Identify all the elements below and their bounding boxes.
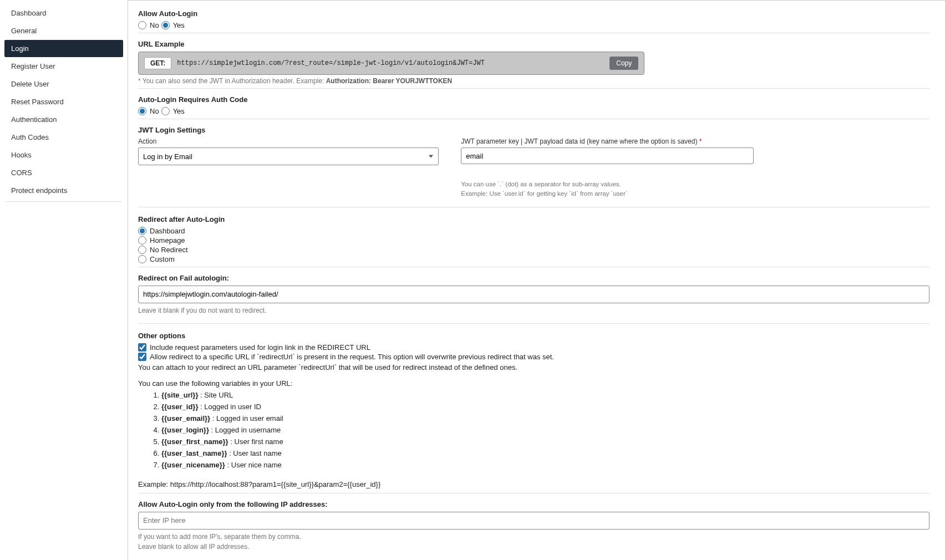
url-example-title: URL Example: [138, 40, 929, 48]
redirect-after-title: Redirect after Auto-Login: [138, 215, 929, 223]
sidebar-item-hooks[interactable]: Hooks: [4, 146, 123, 164]
redirect-custom[interactable]: Custom: [138, 255, 929, 263]
sidebar-item-dashboard[interactable]: Dashboard: [4, 4, 123, 22]
other-options-title: Other options: [138, 332, 929, 340]
redirect-fail-title: Redirect on Fail autologin:: [138, 274, 929, 282]
redirect-none[interactable]: No Redirect: [138, 246, 929, 254]
sidebar-item-delete-user[interactable]: Delete User: [4, 75, 123, 93]
allow-auto-login-no[interactable]: No: [138, 21, 159, 29]
var-item: {{site_url}} : Site URL: [161, 391, 929, 399]
url-example-box: GET: https://simplejwtlogin.com/?rest_ro…: [138, 52, 644, 75]
sidebar-item-login[interactable]: Login: [4, 40, 123, 57]
other-example: Example: https://http://localhost:88?par…: [138, 480, 929, 488]
auth-code-title: Auto-Login Requires Auth Code: [138, 95, 929, 104]
var-item: {{user_login}} : Logged in username: [161, 426, 929, 434]
method-badge: GET:: [144, 57, 171, 69]
jwt-param-input[interactable]: [461, 147, 753, 164]
auth-code-yes[interactable]: Yes: [161, 107, 185, 115]
url-example-text: https://simplejwtlogin.com/?rest_route=/…: [177, 59, 604, 67]
check-allow-redirecturl[interactable]: Allow redirect to a specific URL if `red…: [138, 353, 929, 361]
other-desc: You can attach to your redirect an URL p…: [138, 363, 929, 371]
allow-auto-login-yes[interactable]: Yes: [161, 21, 185, 29]
jwt-param-label: JWT parameter key | JWT payload data id …: [461, 138, 809, 145]
sidebar-item-reset-password[interactable]: Reset Password: [4, 93, 123, 110]
redirect-dashboard[interactable]: Dashboard: [138, 227, 929, 235]
auth-code-no[interactable]: No: [138, 107, 159, 115]
sidebar-item-authentication[interactable]: Authentication: [4, 111, 123, 128]
url-example-footnote: * You can also send the JWT in Authoriza…: [138, 77, 929, 85]
action-select[interactable]: Log in by Email: [138, 147, 439, 165]
ip-input[interactable]: [138, 512, 929, 530]
sidebar-item-register-user[interactable]: Register User: [4, 58, 123, 75]
check-include-params[interactable]: Include request parameters used for logi…: [138, 343, 929, 352]
jwt-param-help: You can use `.` (dot) as a separator for…: [461, 180, 809, 199]
sidebar-item-auth-codes[interactable]: Auth Codes: [4, 129, 123, 146]
vars-intro: You can use the following variables in y…: [138, 379, 929, 388]
redirect-fail-input[interactable]: [138, 286, 929, 303]
sidebar: Dashboard General Login Register User De…: [0, 0, 128, 560]
vars-list: {{site_url}} : Site URL {{user_id}} : Lo…: [161, 391, 929, 469]
action-label: Action: [138, 138, 439, 145]
ip-title: Allow Auto-Login only from the following…: [138, 500, 929, 508]
allow-auto-login-title: Allow Auto-Login: [138, 9, 929, 18]
redirect-homepage[interactable]: Homepage: [138, 236, 929, 245]
sidebar-item-cors[interactable]: CORS: [4, 164, 123, 181]
main-content: Allow Auto-Login No Yes URL Example GET:…: [128, 0, 945, 560]
sidebar-item-protect-endpoints[interactable]: Protect endpoints: [4, 182, 123, 199]
var-item: {{user_email}} : Logged in user email: [161, 414, 929, 422]
copy-button[interactable]: Copy: [609, 57, 638, 70]
var-item: {{user_first_name}} : User first name: [161, 437, 929, 446]
var-item: {{user_last_name}} : User last name: [161, 449, 929, 457]
var-item: {{user_id}} : Logged in user ID: [161, 403, 929, 411]
sidebar-item-general[interactable]: General: [4, 22, 123, 39]
redirect-fail-help: Leave it blank if you do not want to red…: [138, 306, 929, 315]
ip-help: If you want to add more IP's, separate t…: [138, 532, 929, 552]
jwt-settings-title: JWT Login Settings: [138, 126, 929, 134]
var-item: {{user_nicename}} : User nice name: [161, 461, 929, 469]
